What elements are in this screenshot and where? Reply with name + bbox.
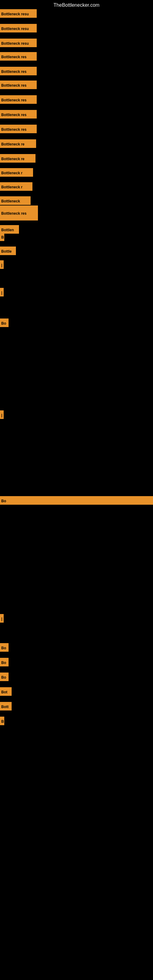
bottleneck-item[interactable]: Bo [0,643,9,652]
bottleneck-item[interactable]: Bo [0,318,9,327]
site-title: TheBottlenecker.com [0,0,153,10]
bottleneck-item[interactable]: B [0,717,4,725]
bottleneck-item[interactable]: Bottleneck resu [0,9,37,18]
bottleneck-item[interactable]: Bottleneck re [0,154,35,162]
bottleneck-item[interactable]: | [0,288,4,296]
bottleneck-item[interactable]: Bottleneck r [0,168,33,177]
bottleneck-item[interactable]: Bottleneck res [0,95,37,104]
bottleneck-item[interactable]: Bo [0,496,153,505]
bottleneck-item[interactable]: | [0,260,4,269]
bottleneck-item[interactable]: Bottleneck res [0,67,37,75]
bottleneck-item[interactable]: Bot [0,687,12,696]
bottleneck-item[interactable]: Bott [0,702,12,711]
bottleneck-item[interactable]: Bottleneck res [0,205,38,221]
bottleneck-item[interactable]: Bottleneck res [0,81,37,89]
bottleneck-item[interactable]: Bottleneck [0,196,30,205]
bottleneck-item[interactable]: Bo [0,658,9,667]
bottleneck-item[interactable]: | [0,614,4,623]
bottleneck-item[interactable]: | [0,410,4,419]
bottleneck-item[interactable]: Bottleneck re [0,139,36,148]
bottleneck-item[interactable]: B [0,232,4,241]
bottleneck-item[interactable]: Bottle [0,247,16,255]
bottleneck-item[interactable]: Bottleneck resu [0,24,37,32]
bottleneck-item[interactable]: Bo [0,673,9,681]
bottleneck-item[interactable]: Bottleneck res [0,52,37,60]
bottleneck-item[interactable]: Bottleneck res [0,110,37,119]
bottleneck-item[interactable]: Bottleneck resu [0,38,37,47]
bottleneck-item[interactable]: Bottleneck r [0,182,32,191]
bottleneck-item[interactable]: Bottleneck res [0,125,37,133]
